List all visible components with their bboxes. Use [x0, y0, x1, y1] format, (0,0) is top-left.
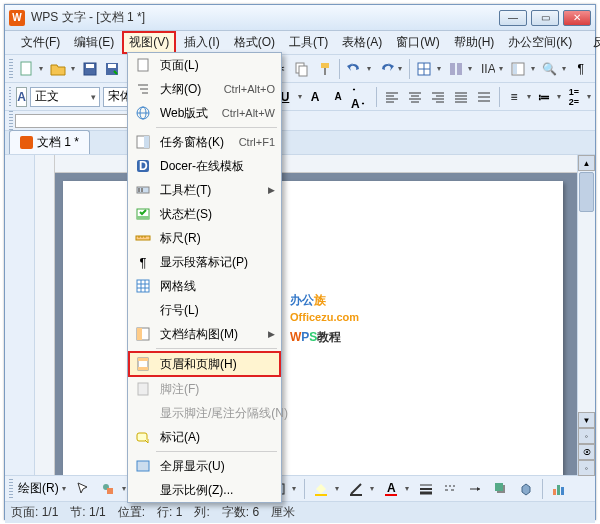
svg-text:D: D — [139, 159, 148, 173]
minimize-button[interactable]: — — [499, 10, 527, 26]
vertical-scrollbar[interactable]: ▲ ▼ ◦ ⦿ ◦ — [577, 155, 595, 475]
svg-rect-100 — [137, 461, 149, 471]
paragraph-button[interactable]: ¶ — [570, 58, 591, 80]
align-left-button[interactable] — [382, 87, 402, 107]
grip-icon[interactable] — [9, 479, 13, 499]
arrow-style-button[interactable] — [465, 478, 487, 500]
menu-insert[interactable]: 插入(I) — [178, 32, 225, 53]
menu-separator — [156, 348, 277, 349]
autoshapes-button[interactable] — [97, 478, 119, 500]
menu-window[interactable]: 窗口(W) — [390, 32, 445, 53]
menu-item-docer[interactable]: DDocer-在线模板 — [128, 154, 281, 178]
svg-rect-14 — [321, 63, 329, 68]
textdir-button[interactable]: IIA — [477, 58, 498, 80]
menu-item-endnote: 显示脚注/尾注分隔线(N) — [128, 401, 281, 425]
align-right-button[interactable] — [428, 87, 448, 107]
menu-item-grid[interactable]: 网格线 — [128, 274, 281, 298]
menu-table[interactable]: 表格(A) — [336, 32, 388, 53]
menu-officespace[interactable]: 办公空间(K) — [502, 32, 578, 53]
grip-icon[interactable] — [9, 111, 13, 131]
menu-item-label: 工具栏(T) — [160, 182, 260, 199]
svg-rect-13 — [299, 66, 307, 76]
menu-item-taskpane[interactable]: 任务窗格(K)Ctrl+F1 — [128, 130, 281, 154]
save-button[interactable] — [79, 58, 100, 80]
dash-style-button[interactable] — [440, 478, 462, 500]
menu-item-web[interactable]: Web版式Ctrl+Alt+W — [128, 101, 281, 125]
redo-button[interactable] — [376, 58, 397, 80]
menu-item-docmap[interactable]: 文档结构图(M)▶ — [128, 322, 281, 346]
menu-view[interactable]: 视图(V) — [122, 31, 176, 54]
menu-edit[interactable]: 编辑(E) — [68, 32, 120, 53]
menu-item-toolbar[interactable]: 工具栏(T)▶ — [128, 178, 281, 202]
grip-icon[interactable] — [9, 87, 11, 107]
menu-item-paramark[interactable]: ¶显示段落标记(P) — [128, 250, 281, 274]
scroll-thumb[interactable] — [579, 172, 594, 212]
menu-help[interactable]: 帮助(H) — [448, 32, 501, 53]
growfont-button[interactable]: A — [305, 87, 325, 107]
menu-item-label: 任务窗格(K) — [160, 134, 231, 151]
submenu-arrow-icon: ▶ — [268, 185, 275, 195]
find-replace-button[interactable]: 🔍 — [539, 58, 560, 80]
saveas-button[interactable] — [102, 58, 123, 80]
docmap-button[interactable] — [508, 58, 529, 80]
prev-page-button[interactable]: ◦ — [578, 428, 595, 444]
shrinkfont-button[interactable]: A — [328, 87, 348, 107]
styles-icon[interactable]: A — [16, 87, 27, 107]
tab-label: 文档 1 * — [37, 134, 79, 151]
maximize-button[interactable]: ▭ — [531, 10, 559, 26]
emphasis-button[interactable]: ･A･ — [351, 87, 371, 107]
linespacing-button[interactable]: ≡ — [504, 87, 524, 107]
font-color-button[interactable]: A — [380, 478, 402, 500]
grip-icon[interactable] — [9, 59, 13, 79]
menu-item-page[interactable]: 页面(L) — [128, 53, 281, 77]
svg-rect-15 — [324, 68, 326, 75]
table-button[interactable] — [414, 58, 435, 80]
style-select[interactable]: 正文 — [30, 87, 100, 107]
line-style-button[interactable] — [415, 478, 437, 500]
menu-feedback[interactable]: 反馈(B) — [587, 32, 600, 53]
next-page-button[interactable]: ◦ — [578, 460, 595, 476]
select-button[interactable] — [72, 478, 94, 500]
docer-icon: D — [134, 157, 152, 175]
draw-menu[interactable]: 绘图(R) — [18, 480, 59, 497]
close-button[interactable]: ✕ — [563, 10, 591, 26]
menu-item-markup[interactable]: 标记(A) — [128, 425, 281, 449]
shadow-button[interactable] — [490, 478, 512, 500]
svg-rect-19 — [450, 63, 455, 75]
menu-format[interactable]: 格式(O) — [228, 32, 281, 53]
insert-chart-button[interactable] — [548, 478, 570, 500]
formatpainter-button[interactable] — [315, 58, 336, 80]
status-section: 节: 1/1 — [70, 504, 105, 521]
page-icon — [134, 56, 152, 74]
menu-item-headerfooter[interactable]: 页眉和页脚(H) — [128, 351, 281, 377]
3d-button[interactable] — [515, 478, 537, 500]
menu-tools[interactable]: 工具(T) — [283, 32, 334, 53]
document-tab[interactable]: 文档 1 * — [9, 130, 90, 154]
bullets-button[interactable]: ≔ — [534, 87, 554, 107]
menu-file[interactable]: 文件(F) — [15, 32, 66, 53]
scroll-up-button[interactable]: ▲ — [578, 155, 595, 171]
align-distribute-button[interactable] — [474, 87, 494, 107]
menu-item-linenum[interactable]: 行号(L) — [128, 298, 281, 322]
numbering-button[interactable]: 1=2= — [564, 87, 584, 107]
ruler-segment[interactable] — [15, 114, 135, 128]
align-justify-button[interactable] — [451, 87, 471, 107]
line-color-button[interactable] — [345, 478, 367, 500]
scroll-down-button[interactable]: ▼ — [578, 412, 595, 428]
markup-icon — [134, 428, 152, 446]
fill-color-button[interactable] — [310, 478, 332, 500]
browse-object-button[interactable]: ⦿ — [578, 444, 595, 460]
menu-item-outline[interactable]: 大纲(O)Ctrl+Alt+O — [128, 77, 281, 101]
menu-item-zoom[interactable]: 显示比例(Z)... — [128, 478, 281, 502]
open-button[interactable] — [48, 58, 69, 80]
menu-item-statusbar[interactable]: 状态栏(S) — [128, 202, 281, 226]
menu-item-fullscreen[interactable]: 全屏显示(U) — [128, 454, 281, 478]
svg-rect-0 — [21, 62, 31, 75]
align-center-button[interactable] — [405, 87, 425, 107]
undo-button[interactable] — [344, 58, 365, 80]
new-button[interactable] — [17, 58, 38, 80]
copy-button[interactable] — [292, 58, 313, 80]
vertical-ruler[interactable] — [35, 155, 55, 475]
columns-button[interactable] — [445, 58, 466, 80]
menu-item-ruler[interactable]: 标尺(R) — [128, 226, 281, 250]
